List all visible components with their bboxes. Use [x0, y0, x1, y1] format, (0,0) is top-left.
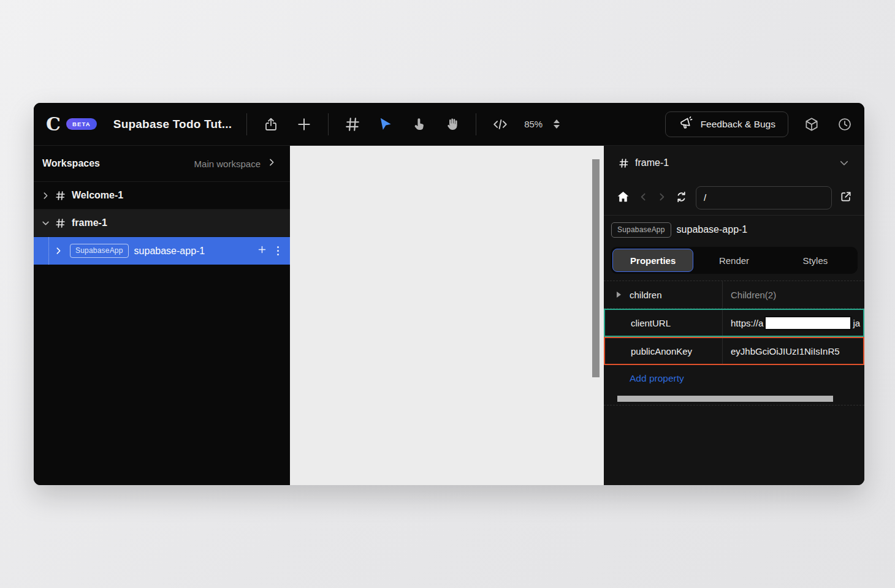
tree-item-frame-1[interactable]: frame-1 [34, 209, 290, 237]
add-button[interactable] [292, 112, 316, 137]
add-child-icon[interactable] [257, 244, 267, 257]
external-link-icon [840, 190, 852, 205]
inspector-tabs: Properties Render Styles [611, 247, 858, 274]
frame-hash-icon [55, 218, 66, 228]
component-type-chip: SupabaseApp [70, 244, 129, 258]
inspector-title: frame-1 [635, 157, 669, 168]
toolbar-divider [476, 113, 476, 135]
refresh-button[interactable] [675, 190, 688, 205]
back-button[interactable] [638, 192, 649, 204]
url-input[interactable] [696, 186, 832, 209]
share-button[interactable] [259, 112, 283, 137]
tree-item-welcome-1[interactable]: Welcome-1 [34, 182, 290, 209]
cursor-icon [378, 116, 394, 132]
tab-render[interactable]: Render [693, 249, 774, 272]
pointer-hand-icon [411, 116, 427, 132]
toolbar: C BETA Supabase Todo Tut... 85% [34, 103, 864, 146]
feedback-button[interactable]: Feedback & Bugs [665, 111, 788, 137]
app-logo: C [46, 115, 61, 134]
property-row-children[interactable]: children Children(2) [604, 281, 864, 309]
point-tool-button[interactable] [406, 112, 431, 137]
feedback-label: Feedback & Bugs [701, 119, 775, 130]
component-name: supabase-app-1 [677, 224, 748, 235]
tree-item-label: Welcome-1 [72, 190, 123, 201]
component-type-chip: SupabaseApp [611, 222, 671, 238]
open-external-button[interactable] [840, 190, 852, 205]
forward-button[interactable] [657, 192, 667, 204]
property-value-cell[interactable]: https://a ja [722, 310, 863, 336]
tab-properties[interactable]: Properties [612, 249, 693, 272]
workspace-switcher[interactable]: Main workspace [194, 157, 276, 170]
chevron-left-icon [638, 192, 649, 204]
property-row-clienturl[interactable]: clientURL https://a ja [604, 309, 864, 337]
beta-badge: BETA [66, 118, 97, 130]
selected-component-row: SupabaseApp supabase-app-1 [604, 216, 864, 244]
share-icon [264, 117, 278, 132]
property-name: clientURL [631, 318, 671, 328]
step-down-icon [554, 125, 560, 129]
history-clock-icon [837, 116, 853, 132]
frame-tool-button[interactable] [340, 112, 365, 137]
properties-horizontal-scrollbar[interactable] [604, 392, 864, 405]
app-window: C BETA Supabase Todo Tut... 85% [34, 103, 864, 485]
toolbar-divider [246, 113, 247, 135]
select-tool-button[interactable] [373, 112, 398, 137]
history-button[interactable] [832, 112, 857, 137]
zoom-level[interactable]: 85% [524, 119, 543, 129]
open-hand-icon [444, 116, 460, 132]
design-canvas[interactable] [290, 146, 604, 485]
tree-item-label: supabase-app-1 [134, 246, 205, 257]
chevron-down-icon [42, 219, 50, 227]
chevron-right-icon [55, 247, 63, 255]
refresh-icon [675, 190, 688, 205]
add-property-button[interactable]: Add property [630, 373, 684, 384]
chevron-down-icon[interactable] [839, 157, 850, 168]
more-options-icon[interactable] [276, 245, 280, 257]
inspector-panel: frame-1 SupabaseApp supabase-app-1 Prope… [604, 146, 864, 485]
preview-nav-bar [604, 180, 864, 216]
zoom-stepper[interactable] [554, 119, 560, 129]
app-body: Workspaces Main workspace Welcome-1 fram… [34, 146, 864, 485]
plus-icon [296, 116, 312, 132]
tree-item-label: frame-1 [72, 217, 107, 228]
inspector-header[interactable]: frame-1 [604, 146, 864, 180]
redaction-box [764, 316, 851, 330]
home-icon [616, 190, 630, 206]
chevron-right-icon [657, 192, 667, 204]
tree-item-supabase-app-1[interactable]: SupabaseApp supabase-app-1 [34, 237, 290, 265]
assets-button[interactable] [799, 112, 824, 137]
pan-tool-button[interactable] [440, 112, 464, 137]
property-value-cell[interactable]: Children(2) [722, 281, 864, 308]
toolbar-divider [328, 113, 329, 135]
property-name-cell: children [604, 281, 722, 308]
property-name: publicAnonKey [631, 346, 692, 356]
workspaces-title: Workspaces [42, 158, 100, 169]
url-value-prefix: https://a [731, 318, 763, 328]
chevron-right-icon [267, 157, 276, 170]
property-value-cell[interactable]: eyJhbGciOiJIUzI1NiIsInR5 [722, 338, 863, 364]
tree-item-actions [257, 244, 280, 257]
frame-hash-icon [55, 190, 66, 201]
frame-hash-icon [619, 158, 629, 168]
expand-triangle-icon[interactable] [617, 292, 621, 298]
workspace-name: Main workspace [194, 159, 261, 169]
property-name: children [630, 290, 662, 300]
scrollbar-thumb[interactable] [617, 396, 833, 402]
property-name-cell: clientURL [605, 310, 722, 336]
document-title[interactable]: Supabase Todo Tut... [113, 118, 232, 131]
sidebar-header: Workspaces Main workspace [34, 146, 290, 182]
canvas-vertical-scrollbar[interactable] [592, 159, 600, 377]
chevron-right-icon [42, 192, 50, 200]
frame-grid-icon [345, 116, 360, 132]
step-up-icon [554, 119, 560, 123]
package-icon [804, 116, 820, 132]
property-name-cell: publicAnonKey [605, 338, 722, 364]
url-value-suffix: ja [853, 318, 860, 328]
home-button[interactable] [616, 190, 630, 206]
property-row-publicanonkey[interactable]: publicAnonKey eyJhbGciOiJIUzI1NiIsInR5 [604, 337, 864, 365]
code-view-button[interactable] [488, 112, 512, 137]
code-icon [492, 116, 508, 132]
tab-styles[interactable]: Styles [775, 249, 856, 272]
tree-indent-guide [48, 237, 49, 265]
layers-sidebar: Workspaces Main workspace Welcome-1 fram… [34, 146, 290, 485]
